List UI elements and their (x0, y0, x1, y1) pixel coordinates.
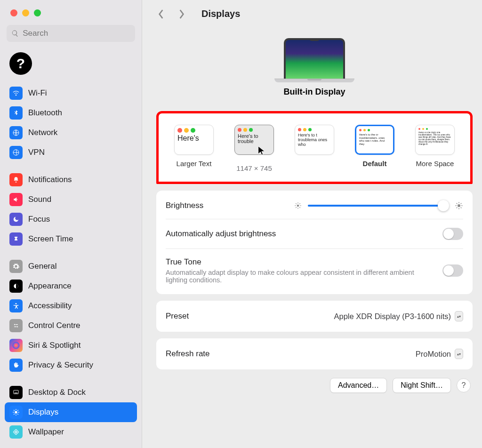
sidebar-item-appearance[interactable]: Appearance (5, 276, 137, 296)
sidebar-item-label: Wallpaper (28, 427, 64, 437)
sidebar-item-wallpaper[interactable]: Wallpaper (5, 422, 137, 442)
resolution-row: Here'sLarger TextHere's to trouble1147 ×… (168, 125, 461, 172)
avatar: ? (9, 52, 32, 75)
true-tone-description: Automatically adapt display to make colo… (166, 269, 429, 284)
display-icon (9, 406, 23, 419)
preset-row[interactable]: Preset Apple XDR Display (P3-1600 nits) … (166, 303, 463, 330)
hand-icon (9, 359, 23, 372)
night-shift-button[interactable]: Night Shift… (393, 378, 451, 393)
search-icon (11, 29, 19, 38)
sidebar-item-vpn[interactable]: VPN (5, 143, 137, 162)
main-area: Displays Built-in Display Here'sLarger T… (142, 0, 482, 448)
sidebar-item-general[interactable]: General (5, 256, 137, 276)
sidebar-item-label: Bluetooth (28, 108, 62, 118)
search-input[interactable] (23, 29, 130, 38)
resolution-option-1[interactable]: Here's to trouble1147 × 745 (228, 125, 280, 172)
svg-line-19 (17, 410, 18, 410)
sidebar-item-control-centre[interactable]: Control Centre (5, 316, 137, 336)
resolution-option-2[interactable]: Here's to t troublema ones who (289, 125, 340, 160)
accessibility-icon (9, 299, 23, 312)
svg-line-31 (296, 207, 297, 208)
sidebar-item-label: Sound (28, 195, 51, 204)
resolution-option-3[interactable]: Here's to the cr troublemakers. ones who… (349, 125, 401, 168)
brightness-slider[interactable] (308, 205, 449, 207)
sidebar-item-notifications[interactable]: Notifications (5, 170, 137, 190)
sidebar-item-privacy-security[interactable]: Privacy & Security (5, 355, 137, 375)
resolution-label: Larger Text (177, 160, 212, 168)
sidebar-item-bluetooth[interactable]: Bluetooth (5, 103, 137, 123)
resolution-label: More Space (416, 160, 454, 168)
sidebar-item-label: Desktop & Dock (28, 388, 86, 397)
resolution-thumb: Here's to t troublema ones who (295, 125, 334, 155)
moon-icon (9, 213, 23, 226)
sidebar-item-displays[interactable]: Displays (5, 402, 137, 422)
toolbar: Displays (142, 0, 482, 24)
true-tone-row: True Tone Automatically adapt display to… (166, 249, 463, 292)
preset-value: Apple XDR Display (P3-1600 nits) (334, 312, 451, 321)
appearance-icon (9, 280, 23, 293)
resolution-thumb: Here's (174, 125, 214, 155)
brightness-slider-knob[interactable] (438, 200, 449, 211)
network-icon (9, 126, 23, 139)
sidebar-item-network[interactable]: Network (5, 123, 137, 143)
preset-stepper-icon[interactable]: ▴▾ (455, 311, 463, 321)
sidebar-item-label: Accessibility (28, 301, 72, 311)
page-title: Displays (201, 8, 240, 19)
svg-point-8 (13, 342, 20, 349)
brightness-low-icon (294, 201, 302, 210)
svg-line-30 (299, 207, 300, 208)
forward-button[interactable] (177, 9, 186, 19)
svg-line-16 (14, 410, 14, 410)
dock-icon (9, 386, 23, 399)
close-window-button[interactable] (10, 9, 17, 16)
sidebar-item-label: Displays (28, 408, 58, 417)
refresh-rate-row[interactable]: Refresh rate ProMotion ▴▾ (166, 340, 463, 368)
svg-point-24 (297, 205, 299, 207)
auto-brightness-toggle[interactable] (442, 228, 463, 240)
chevron-right-icon (178, 9, 185, 19)
sidebar-item-siri-spotlight[interactable]: Siri & Spotlight (5, 336, 137, 355)
minimize-window-button[interactable] (22, 9, 29, 16)
sidebar-item-sound[interactable]: Sound (5, 190, 137, 209)
fullscreen-window-button[interactable] (34, 9, 41, 16)
search-field[interactable] (7, 25, 135, 42)
hourglass-icon (9, 232, 23, 246)
resolution-option-4[interactable]: Here's to the crazy one troublemakers. T… (409, 125, 461, 168)
sidebar-item-label: Control Centre (28, 321, 80, 330)
advanced-button[interactable]: Advanced… (330, 378, 387, 393)
resolution-option-0[interactable]: Here'sLarger Text (168, 125, 220, 168)
svg-rect-7 (14, 327, 16, 327)
true-tone-toggle[interactable] (442, 264, 463, 277)
refresh-stepper-icon[interactable]: ▴▾ (455, 349, 463, 359)
svg-line-29 (296, 203, 297, 204)
svg-rect-5 (16, 324, 18, 325)
resolution-selector-highlight: Here'sLarger TextHere's to trouble1147 ×… (156, 111, 473, 184)
cursor-icon (257, 145, 267, 156)
sidebar-item-label: Screen Time (28, 234, 73, 244)
svg-point-11 (15, 411, 17, 413)
vpn-icon (9, 146, 23, 159)
sidebar-item-label: VPN (28, 148, 45, 157)
sidebar-list: Wi-FiBluetoothNetworkVPNNotificationsSou… (0, 83, 142, 448)
resolution-thumb: Here's to the cr troublemakers. ones who… (355, 125, 394, 155)
svg-line-18 (14, 414, 14, 414)
svg-point-20 (16, 432, 17, 433)
svg-line-40 (457, 208, 458, 208)
sidebar-item-focus[interactable]: Focus (5, 209, 137, 229)
sidebar-item-label: Network (28, 128, 57, 137)
sidebar-item-label: Wi-Fi (28, 88, 47, 98)
help-button[interactable]: ? (457, 378, 471, 392)
resolution-label: Default (363, 160, 387, 168)
display-preview: Built-in Display (156, 38, 473, 97)
sidebar-item-accessibility[interactable]: Accessibility (5, 296, 137, 316)
chevron-left-icon (158, 9, 164, 19)
resolution-thumb: Here's to the crazy one troublemakers. T… (415, 125, 455, 155)
sidebar-item-screen-time[interactable]: Screen Time (5, 229, 137, 249)
profile-section[interactable]: ? (0, 48, 142, 83)
sidebar-item-wi-fi[interactable]: Wi-Fi (5, 83, 137, 103)
svg-rect-9 (14, 390, 19, 394)
resolution-thumb: Here's to trouble (234, 125, 274, 155)
sidebar-item-desktop-dock[interactable]: Desktop & Dock (5, 383, 137, 402)
svg-line-32 (299, 203, 300, 204)
back-button[interactable] (156, 9, 166, 19)
